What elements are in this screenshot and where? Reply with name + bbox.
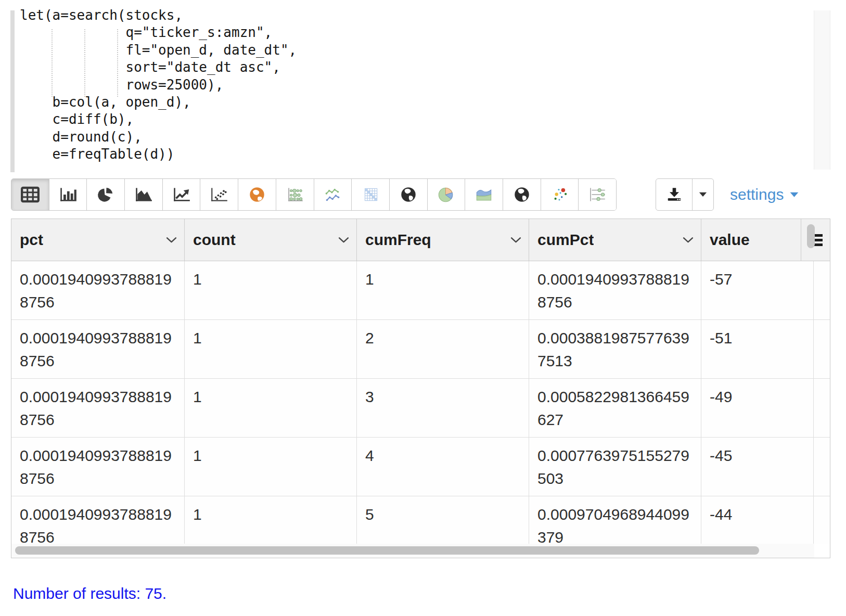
chart-btn-pie-chart[interactable] xyxy=(87,179,125,210)
globe-dark-icon xyxy=(512,186,532,203)
column-label: pct xyxy=(20,231,43,249)
table-row: 0.00019409937888198756110.00019409937888… xyxy=(11,261,830,320)
cell-pct: 0.00019409937888198756 xyxy=(11,496,185,544)
column-label: cumFreq xyxy=(365,231,431,249)
code-editor-scrollbar[interactable] xyxy=(814,10,830,170)
settings-link[interactable]: settings xyxy=(730,178,799,211)
table-row: 0.00019409937888198756120.00038819875776… xyxy=(11,320,830,379)
chevron-down-icon[interactable] xyxy=(510,237,521,243)
globe-orange-icon xyxy=(247,186,267,203)
cell-pct: 0.00019409937888198756 xyxy=(11,379,185,437)
download-dropdown-button[interactable] xyxy=(693,179,713,210)
cell-cumFreq: 2 xyxy=(357,320,529,378)
cell-cumPct: 0.0005822981366459627 xyxy=(529,379,701,437)
cell-value: -45 xyxy=(701,438,814,496)
table-row: 0.00019409937888198756150.00097049689440… xyxy=(11,496,830,544)
cell-cumFreq: 3 xyxy=(357,379,529,437)
chart-btn-globe-map[interactable] xyxy=(238,179,276,210)
sliders-icon xyxy=(587,186,607,203)
table-menu-button[interactable] xyxy=(801,219,830,261)
code-editor-panel: let(a=search(stocks, q="ticker_s:amzn", … xyxy=(0,0,846,173)
chevron-down-icon[interactable] xyxy=(166,237,177,243)
chart-btn-world-map-2[interactable] xyxy=(503,179,541,210)
chart-btn-bubble-grid[interactable] xyxy=(276,179,314,210)
chart-btn-heatmap[interactable] xyxy=(352,179,390,210)
column-header-cumFreq[interactable]: cumFreq xyxy=(357,219,529,261)
pie-color-icon xyxy=(436,186,456,203)
results-table: pctcountcumFreqcumPctvalue 0.00019409937… xyxy=(11,219,830,558)
area-chart-icon xyxy=(134,186,153,203)
heatmap-icon xyxy=(361,186,380,203)
chart-btn-table[interactable] xyxy=(11,179,49,210)
chart-type-toolbar xyxy=(11,178,617,211)
table-icon xyxy=(20,186,40,203)
cell-count: 1 xyxy=(185,496,357,544)
chart-btn-range-sliders[interactable] xyxy=(579,179,616,210)
chart-btn-area-chart-color[interactable] xyxy=(465,179,503,210)
line-chart-icon xyxy=(172,186,191,203)
cell-value: -51 xyxy=(701,320,814,378)
cell-cumPct: 0.0009704968944099379 xyxy=(529,496,701,544)
vertical-scrollbar[interactable] xyxy=(807,224,815,248)
table-row: 0.00019409937888198756130.00058229813664… xyxy=(11,379,830,438)
column-header-value[interactable]: value xyxy=(701,219,801,261)
cell-pct: 0.00019409937888198756 xyxy=(11,438,185,496)
cell-cumFreq: 4 xyxy=(357,438,529,496)
cell-cumFreq: 1 xyxy=(357,261,529,319)
cell-value: -44 xyxy=(701,496,814,544)
horizontal-scrollbar-track[interactable] xyxy=(11,544,830,558)
column-header-pct[interactable]: pct xyxy=(11,219,185,261)
table-row: 0.00019409937888198756140.00077639751552… xyxy=(11,438,830,496)
cell-pct: 0.00019409937888198756 xyxy=(11,261,185,319)
chevron-down-icon[interactable] xyxy=(683,237,694,243)
column-label: value xyxy=(710,231,750,249)
cell-pct: 0.00019409937888198756 xyxy=(11,320,185,378)
chart-btn-bar-chart[interactable] xyxy=(49,179,87,210)
code-editor-gutter xyxy=(10,10,15,172)
cell-cumPct: 0.00038819875776397513 xyxy=(529,320,701,378)
chart-btn-scatter-plot[interactable] xyxy=(200,179,238,210)
chart-btn-bubble-scatter[interactable] xyxy=(541,179,579,210)
bar-chart-icon xyxy=(58,186,78,203)
indent-guide xyxy=(117,29,118,97)
bubble-grid-icon xyxy=(285,186,305,203)
scrollbar-corner xyxy=(814,544,830,558)
cell-value: -49 xyxy=(701,379,814,437)
caret-down-icon xyxy=(790,191,799,198)
column-label: cumPct xyxy=(537,231,594,249)
caret-down-icon xyxy=(699,190,707,199)
chart-btn-world-map[interactable] xyxy=(390,179,428,210)
download-button[interactable] xyxy=(656,179,693,210)
code-editor-text[interactable]: let(a=search(stocks, q="ticker_s:amzn", … xyxy=(20,7,297,163)
cell-count: 1 xyxy=(185,379,357,437)
chart-btn-line-chart[interactable] xyxy=(163,179,201,210)
download-button-group xyxy=(656,178,714,211)
chevron-down-icon[interactable] xyxy=(338,237,349,243)
indent-guide xyxy=(84,29,85,97)
cell-cumPct: 0.0007763975155279503 xyxy=(529,438,701,496)
column-header-count[interactable]: count xyxy=(185,219,357,261)
scatter-color-icon xyxy=(549,186,569,203)
column-label: count xyxy=(193,231,236,249)
cell-cumFreq: 5 xyxy=(357,496,529,544)
chart-btn-pie-chart-color[interactable] xyxy=(428,179,466,210)
indent-guide xyxy=(52,29,53,97)
horizontal-scrollbar[interactable] xyxy=(15,546,759,555)
chart-btn-area-chart[interactable] xyxy=(125,179,163,210)
cell-cumPct: 0.00019409937888198756 xyxy=(529,261,701,319)
table-header-row: pctcountcumFreqcumPctvalue xyxy=(11,219,830,261)
column-header-cumPct[interactable]: cumPct xyxy=(529,219,701,261)
multi-line-icon xyxy=(323,186,342,203)
chart-btn-multi-line-chart[interactable] xyxy=(314,179,352,210)
cell-value: -57 xyxy=(701,261,814,319)
area-color-icon xyxy=(474,186,494,203)
cell-count: 1 xyxy=(185,438,357,496)
results-count-text: Number of results: 75. xyxy=(13,584,166,604)
scatter-plot-icon xyxy=(209,186,229,203)
pie-chart-icon xyxy=(96,186,116,203)
settings-label: settings xyxy=(730,186,784,203)
download-icon xyxy=(665,186,683,204)
globe-dark-icon xyxy=(399,186,418,203)
table-body: 0.00019409937888198756110.00019409937888… xyxy=(11,261,830,544)
cell-count: 1 xyxy=(185,261,357,319)
